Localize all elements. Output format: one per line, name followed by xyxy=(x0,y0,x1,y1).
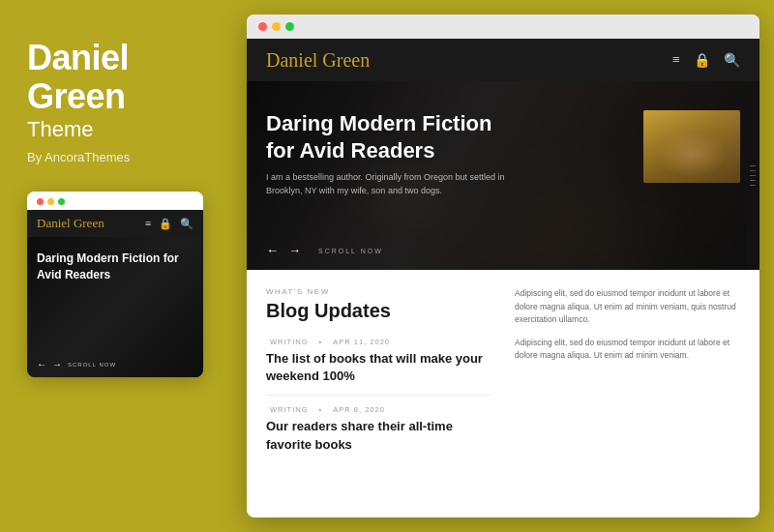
mobile-topbar xyxy=(27,192,203,210)
mobile-next-arrow[interactable]: → xyxy=(52,359,62,369)
stripe-line xyxy=(750,175,756,176)
browser-dot-yellow xyxy=(272,22,281,31)
blog-right-text2: Adipiscing elit, sed do eiusmod tempor i… xyxy=(515,337,740,363)
blog-post2-title[interactable]: Our readers share their all-time favorit… xyxy=(266,418,491,453)
mobile-window-dots xyxy=(37,198,65,205)
scroll-label: SCROLL NOW xyxy=(318,248,383,254)
browser-topbar xyxy=(247,15,759,39)
mobile-nav: Daniel Green ≡ 🔒 🔍 xyxy=(27,210,203,237)
hero-image-inner xyxy=(643,110,740,183)
whats-new-label: WHAT'S NEW xyxy=(266,287,491,296)
brand-subtitle: Theme xyxy=(27,117,205,142)
mobile-logo: Daniel Green xyxy=(37,216,104,231)
site-nav-icons: ≡ 🔒 🔍 xyxy=(672,52,740,69)
hamburger-icon[interactable]: ≡ xyxy=(672,52,680,68)
search-icon[interactable]: 🔍 xyxy=(724,52,740,69)
mobile-hero-content: Daring Modern Fiction for Avid Readers xyxy=(27,237,203,283)
blog-post1-tag: WRITING • Apr 11, 2020 xyxy=(266,338,491,346)
mobile-hero-controls: ← → SCROLL NOW xyxy=(37,359,116,369)
next-slide-arrow[interactable]: → xyxy=(288,243,301,258)
brand-by: By AncoraThemes xyxy=(27,150,205,164)
site-nav: Daniel Green ≡ 🔒 🔍 xyxy=(247,39,759,81)
mobile-prev-arrow[interactable]: ← xyxy=(37,359,46,369)
blog-post2-tag: WRITING • Apr 8, 2020 xyxy=(266,405,491,414)
stripe-line xyxy=(750,185,756,186)
hero-description: I am a bestselling author. Originally fr… xyxy=(266,171,537,197)
mobile-hero-title: Daring Modern Fiction for Avid Readers xyxy=(37,251,194,283)
bullet: • xyxy=(319,405,323,414)
hero-text-block: Daring Modern Fiction for Avid Readers I… xyxy=(266,110,537,197)
stripe-line xyxy=(750,165,756,166)
lock-icon[interactable]: 🔒 xyxy=(694,52,710,69)
site-logo: Daniel Green xyxy=(266,49,370,72)
hero-title: Daring Modern Fiction for Avid Readers xyxy=(266,110,537,163)
hero-content: Daring Modern Fiction for Avid Readers I… xyxy=(247,81,759,197)
mobile-hero: Daring Modern Fiction for Avid Readers ←… xyxy=(27,237,203,377)
mobile-nav-icons: ≡ 🔒 🔍 xyxy=(145,218,194,230)
mobile-menu-icon: ≡ xyxy=(145,218,151,229)
blog-left: WHAT'S NEW Blog Updates WRITING • Apr 11… xyxy=(266,287,491,454)
mobile-dot-yellow xyxy=(47,198,54,205)
blog-section-title: Blog Updates xyxy=(266,300,491,322)
left-panel: Daniel Green Theme By AncoraThemes Danie… xyxy=(0,0,232,532)
brand-title: Daniel Green Theme By AncoraThemes xyxy=(27,39,205,164)
stripe-line xyxy=(750,170,756,171)
stripe-line xyxy=(750,180,756,181)
browser-dot-green xyxy=(285,22,294,31)
mobile-dot-red xyxy=(37,198,44,205)
prev-slide-arrow[interactable]: ← xyxy=(266,243,279,258)
blog-right-text1: Adipiscing elit, sed do eiusmod tempor i… xyxy=(515,287,740,327)
mobile-mockup: Daniel Green ≡ 🔒 🔍 Daring Modern Fiction… xyxy=(27,192,203,377)
desktop-mockup: Daniel Green ≡ 🔒 🔍 Daring Modern Fiction… xyxy=(247,15,759,517)
blog-right: Adipiscing elit, sed do eiusmod tempor i… xyxy=(515,287,740,454)
blog-section: WHAT'S NEW Blog Updates WRITING • Apr 11… xyxy=(247,270,759,463)
mobile-dot-green xyxy=(58,198,65,205)
hero-controls: ← → SCROLL NOW xyxy=(266,243,383,258)
divider xyxy=(266,395,491,396)
mobile-lock-icon: 🔒 xyxy=(159,218,172,230)
browser-dot-red xyxy=(258,22,267,31)
mobile-scroll-label: SCROLL NOW xyxy=(68,362,116,368)
hero-image xyxy=(643,110,740,183)
mobile-search-icon: 🔍 xyxy=(180,218,194,230)
hero-sidebar-stripe xyxy=(746,81,759,270)
blog-post1-title[interactable]: The list of books that will make your we… xyxy=(266,350,491,385)
bullet: • xyxy=(319,338,323,346)
site-hero: Daring Modern Fiction for Avid Readers I… xyxy=(247,81,759,270)
